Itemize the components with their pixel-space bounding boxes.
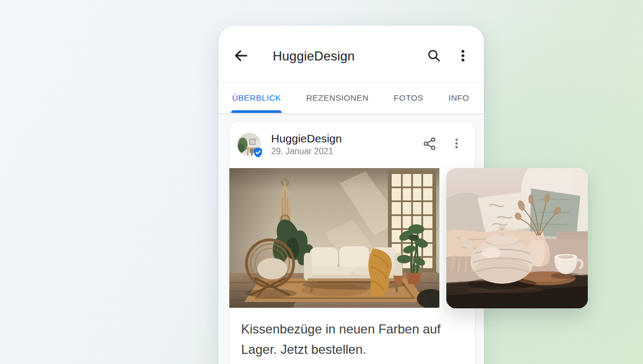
page-title: HuggieDesign — [273, 49, 427, 64]
post-overflow-button[interactable] — [450, 137, 463, 151]
search-button[interactable] — [427, 48, 441, 64]
app-header: HuggieDesign — [219, 26, 484, 83]
author-block: HuggieDesign 29. Januar 2021 — [271, 132, 342, 157]
content-area: HuggieDesign 29. Januar 2021 — [219, 113, 484, 364]
page-background: HuggieDesign — [0, 0, 643, 364]
tab-rezensionen[interactable]: REZENSIONEN — [306, 83, 368, 113]
post-body-text: Kissenbezüge in neuen Farben auf Lager. … — [241, 319, 444, 360]
phone-mockup: HuggieDesign — [219, 26, 484, 364]
avatar[interactable] — [237, 133, 261, 156]
post-card: HuggieDesign 29. Januar 2021 — [229, 122, 475, 364]
search-icon — [427, 48, 441, 64]
overflow-menu-button[interactable] — [456, 49, 470, 64]
post-actions — [422, 136, 463, 153]
post-photo-living-room[interactable] — [229, 168, 439, 308]
verified-badge-icon — [252, 147, 264, 158]
tab-fotos[interactable]: FOTOS — [394, 83, 423, 113]
three-dot-vertical-icon — [450, 137, 463, 151]
author-name: HuggieDesign — [271, 132, 342, 145]
back-button[interactable] — [233, 48, 249, 65]
tab-ueberblick[interactable]: ÜBERBLICK — [232, 83, 281, 113]
post-photo-teapot[interactable] — [446, 168, 588, 308]
three-dot-vertical-icon — [456, 49, 470, 64]
app-bar-group: HuggieDesign — [219, 26, 484, 113]
share-icon — [422, 136, 437, 153]
post-date: 29. Januar 2021 — [271, 146, 342, 157]
post-header: HuggieDesign 29. Januar 2021 — [229, 122, 475, 168]
arrow-left-icon — [233, 48, 249, 65]
share-button[interactable] — [422, 136, 437, 153]
tab-bar: ÜBERBLICK REZENSIONEN FOTOS INFO — [219, 83, 484, 113]
tab-info[interactable]: INFO — [448, 83, 469, 113]
